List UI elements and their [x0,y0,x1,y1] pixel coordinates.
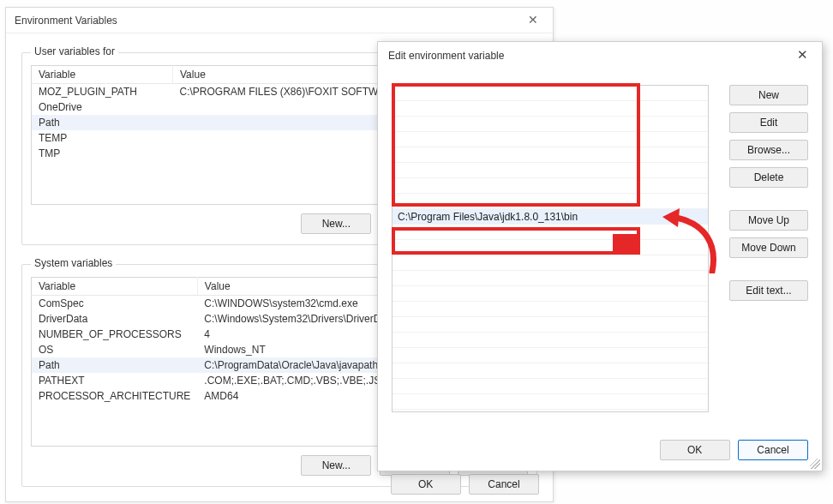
list-item[interactable] [393,117,708,132]
env-ok-button[interactable]: OK [391,474,461,495]
env-okcancel-row: OK Cancel [386,474,539,495]
browse-button[interactable]: Browse... [729,140,808,160]
list-item[interactable] [393,363,708,379]
cell-variable: ComSpec [32,295,198,311]
list-item[interactable] [393,379,708,394]
edit-environment-variable-window: Edit environment variable ✕ C:\Program F… [377,41,823,471]
list-item[interactable] [393,348,708,363]
env-cancel-button[interactable]: Cancel [469,474,539,495]
list-item[interactable] [393,225,708,240]
edit-titlebar: Edit environment variable ✕ [378,42,822,69]
cell-variable: PATHEXT [32,373,198,388]
cell-variable: TEMP [32,130,173,146]
list-item[interactable] [393,147,708,163]
close-icon[interactable]: ✕ [786,42,818,68]
edit-title-text: Edit environment variable [388,50,504,62]
cell-variable: PROCESSOR_ARCHITECTURE [32,388,198,404]
move-down-button[interactable]: Move Down [729,237,808,258]
edit-okcancel-row: OK Cancel [655,440,808,460]
edit-side-buttons: New Edit Browse... Delete Move Up Move D… [729,85,808,308]
cell-variable: Path [32,357,198,373]
close-icon[interactable]: ✕ [518,8,548,32]
list-item[interactable] [393,178,708,194]
move-up-button[interactable]: Move Up [729,210,808,231]
list-item[interactable] [393,394,708,410]
column-header-variable[interactable]: Variable [32,277,198,295]
list-item[interactable] [393,333,708,348]
list-item[interactable] [393,86,708,101]
user-new-button[interactable]: New... [301,213,371,234]
cell-variable: OneDrive [32,99,173,115]
list-item[interactable] [393,163,708,178]
list-item[interactable] [393,101,708,117]
cell-variable: NUMBER_OF_PROCESSORS [32,327,198,342]
new-button[interactable]: New [729,85,808,105]
edit-button[interactable]: Edit [729,112,808,133]
edit-body: C:\Program Files\Java\jdk1.8.0_131\bin N… [378,69,822,95]
edit-ok-button[interactable]: OK [660,440,730,460]
cell-variable: DriverData [32,311,198,327]
env-titlebar: Environment Variables ✕ [6,8,553,33]
list-item[interactable] [393,132,708,147]
edit-text-button[interactable]: Edit text... [729,280,808,301]
user-variables-legend: User variables for [31,45,118,57]
list-item[interactable] [393,271,708,286]
edit-cancel-button[interactable]: Cancel [738,440,808,460]
list-item-jdk-bin[interactable]: C:\Program Files\Java\jdk1.8.0_131\bin [393,209,708,225]
env-title-text: Environment Variables [15,15,117,27]
path-list[interactable]: C:\Program Files\Java\jdk1.8.0_131\bin [392,85,709,412]
delete-button[interactable]: Delete [729,167,808,188]
list-item[interactable] [393,255,708,271]
list-item[interactable] [393,317,708,333]
list-item[interactable] [393,286,708,302]
system-variables-legend: System variables [31,257,116,269]
list-item[interactable] [393,302,708,317]
cell-variable: OS [32,342,198,357]
resize-grip-icon[interactable] [810,459,820,469]
cell-variable: TMP [32,146,173,161]
list-item[interactable] [393,194,708,209]
cell-variable: MOZ_PLUGIN_PATH [32,84,173,100]
cell-variable: Path [32,115,173,130]
column-header-variable[interactable]: Variable [32,66,173,84]
list-item[interactable] [393,240,708,255]
sys-new-button[interactable]: New... [301,455,371,476]
